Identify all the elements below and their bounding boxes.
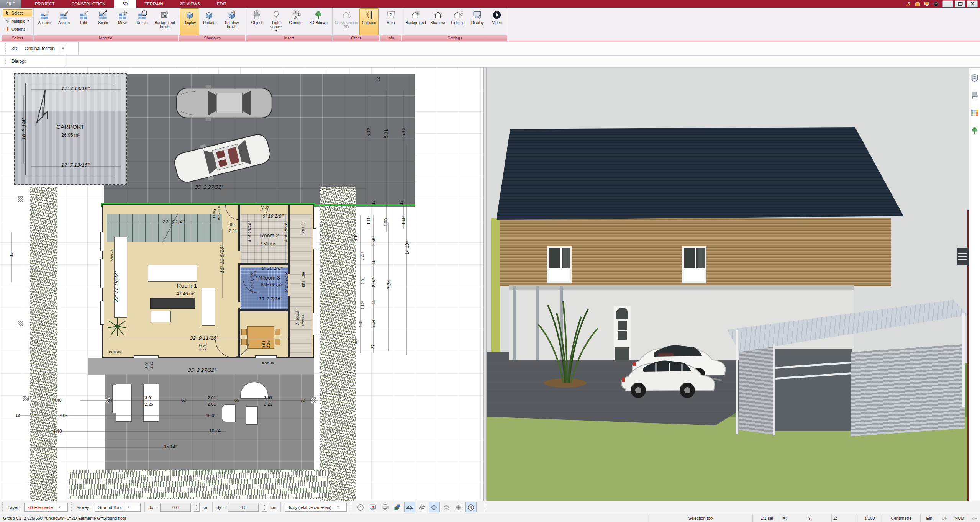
coordinate-mode-select[interactable]: dx,dy (relative cartesian) ▼ — [285, 503, 347, 512]
catalog-sidebar — [969, 68, 980, 501]
toolbar-grip[interactable] — [5, 43, 8, 54]
ribbon-group-other: Cross section 3DCollisionOther — [333, 8, 380, 41]
close-button[interactable] — [967, 0, 978, 7]
toolbar-grip[interactable] — [5, 57, 8, 65]
ribbon-button-edit[interactable]: Edit — [74, 8, 93, 35]
chevron-down-icon[interactable]: ▼ — [56, 503, 63, 511]
monitor-sm-icon[interactable] — [923, 1, 930, 7]
ribbon-button-camera[interactable]: Camera — [286, 8, 305, 35]
ribbon-button-options[interactable]: Options — [3, 25, 32, 33]
ribbon-button-shadows[interactable]: Shadows — [429, 8, 448, 35]
clock-toggle[interactable] — [355, 502, 366, 512]
layer-select[interactable]: 2D-Elemente ▼ — [24, 503, 68, 512]
toolbar-grip[interactable] — [71, 502, 73, 512]
ribbon-group-material: AcquireAssignEditScaleMoveRotateBackgrou… — [34, 8, 179, 41]
dy-input[interactable] — [228, 503, 259, 512]
plan-annotation: 4.40 — [53, 429, 62, 434]
palette-icon[interactable] — [970, 108, 979, 118]
camera-toggle[interactable] — [380, 502, 391, 512]
tree-icon[interactable] — [970, 126, 979, 135]
ribbon-button-select[interactable]: Select — [3, 9, 32, 16]
roads-toggle[interactable] — [416, 502, 428, 512]
options-icon — [4, 26, 10, 32]
plan-annotation: 35' 2 27/32" — [195, 185, 223, 190]
ribbon-button-acquire[interactable]: Acquire — [35, 8, 54, 35]
tab-2d-views[interactable]: 2D VIEWS — [172, 0, 209, 8]
chevron-down-icon[interactable]: ▼ — [334, 503, 341, 511]
ribbon-button-assign[interactable]: Assign — [54, 8, 74, 35]
dy-unit: cm — [270, 505, 276, 510]
monitor-star-toggle[interactable] — [367, 502, 379, 512]
roof2-toggle[interactable] — [404, 502, 415, 512]
chevron-down-icon[interactable]: ▼ — [125, 503, 132, 511]
ribbon-button-3d-bitmap[interactable]: 3D-Bitmap — [306, 8, 331, 35]
chevron-down-icon[interactable]: ▼ — [59, 44, 67, 53]
plan-annotation: 2.01 — [229, 229, 237, 233]
sofa[interactable] — [150, 298, 195, 309]
edit-control-bar: Layer : 2D-Elemente ▼ Storey : Ground fl… — [0, 501, 980, 514]
soft-toggle[interactable] — [441, 502, 452, 512]
ribbon-button-cross-section-3d[interactable]: Cross section 3D — [334, 8, 359, 35]
coffee-table[interactable] — [151, 311, 171, 322]
tab-terrain[interactable]: TERRAIN — [136, 0, 171, 8]
terrain-select[interactable]: Original terrain ▼ — [21, 44, 67, 53]
tile-toggle[interactable] — [429, 502, 440, 512]
ribbon-button-display[interactable]: Display — [180, 8, 199, 35]
ribbon-group-label: Info — [380, 35, 401, 41]
minimize-button[interactable] — [942, 0, 953, 7]
texture-toggle[interactable] — [392, 502, 403, 512]
package-icon[interactable] — [914, 1, 921, 7]
tab-3d[interactable]: 3D — [114, 0, 136, 8]
multiple-icon — [4, 18, 10, 24]
tab-edit[interactable]: EDIT — [208, 0, 235, 8]
ribbon-group-shadows: DisplayUpdateShadow brushShadows — [179, 8, 246, 41]
ribbon-button-collision[interactable]: Collision — [359, 8, 379, 35]
panel-handle[interactable] — [957, 248, 969, 265]
kitchen-island[interactable] — [148, 265, 197, 282]
kebab-handle[interactable] — [480, 502, 491, 512]
plan-annotation: 2.01 — [199, 343, 203, 350]
tab-file[interactable]: FILE — [0, 0, 21, 8]
terrace-area[interactable] — [105, 374, 314, 470]
ribbon-button-lighting[interactable]: Lighting — [448, 8, 467, 35]
house-floorplan[interactable] — [102, 204, 314, 358]
ribbon-button-move[interactable]: Move — [113, 8, 132, 35]
layers-icon[interactable] — [970, 73, 979, 82]
ribbon-button-background-brush[interactable]: Background brush — [152, 8, 177, 35]
restore-button[interactable] — [955, 0, 965, 7]
gridico-toggle[interactable] — [453, 502, 464, 512]
ribbon-button-label: Lighting — [451, 21, 465, 25]
ribbon-button-label: Light source — [267, 21, 285, 29]
panel-splitter[interactable] — [483, 68, 487, 501]
ribbon-button-scale[interactable]: Scale — [93, 8, 113, 35]
ribbon-button-area[interactable]: ?Area — [381, 8, 400, 35]
floor-plan-viewport[interactable]: 17' 7 13/16"CARPORT26.95 m²16' 5 1/4"17'… — [0, 68, 483, 501]
hallway[interactable] — [290, 214, 312, 357]
ribbon-button-background[interactable]: Background — [403, 8, 428, 35]
ribbon-button-display[interactable]: Display — [468, 8, 487, 35]
plan-annotation: 8' 4 15/16" — [248, 221, 252, 242]
render-3d-viewport[interactable] — [487, 68, 969, 501]
ribbon-button-update[interactable]: Update — [200, 8, 219, 35]
ribbon-button-shadow-brush[interactable]: Shadow brush — [219, 8, 244, 35]
ribbon-button-rotate[interactable]: Rotate — [133, 8, 152, 35]
toolbar-grip[interactable] — [2, 502, 5, 512]
dx-input[interactable] — [160, 503, 191, 512]
tab-project[interactable]: PROJECT — [26, 0, 63, 8]
ribbon-button-light-source[interactable]: Light source▼ — [267, 8, 286, 35]
storey-select[interactable]: Ground floor ▼ — [95, 503, 141, 512]
ribbon-button-object[interactable]: Object — [247, 8, 266, 35]
ribbon-button-multiple[interactable]: Multiple▼ — [3, 17, 32, 25]
north-toggle[interactable]: N — [465, 502, 477, 512]
dy-stepper[interactable]: ▲▼ — [262, 503, 267, 512]
ribbon-group-insert: ObjectLight source▼Camera3D-BitmapInsert — [246, 8, 333, 41]
tree-icon — [313, 10, 324, 20]
tab-construction[interactable]: CONSTRUCTION — [63, 0, 114, 8]
ribbon-button-video[interactable]: Video — [487, 8, 506, 35]
dx-stepper[interactable]: ▲▼ — [194, 503, 200, 512]
help-icon[interactable]: ? — [932, 1, 939, 7]
tall-cabinet[interactable] — [202, 288, 215, 326]
tools-icon[interactable] — [905, 1, 912, 7]
furniture-icon[interactable] — [970, 91, 979, 100]
car-top-view-gray[interactable] — [174, 82, 276, 124]
